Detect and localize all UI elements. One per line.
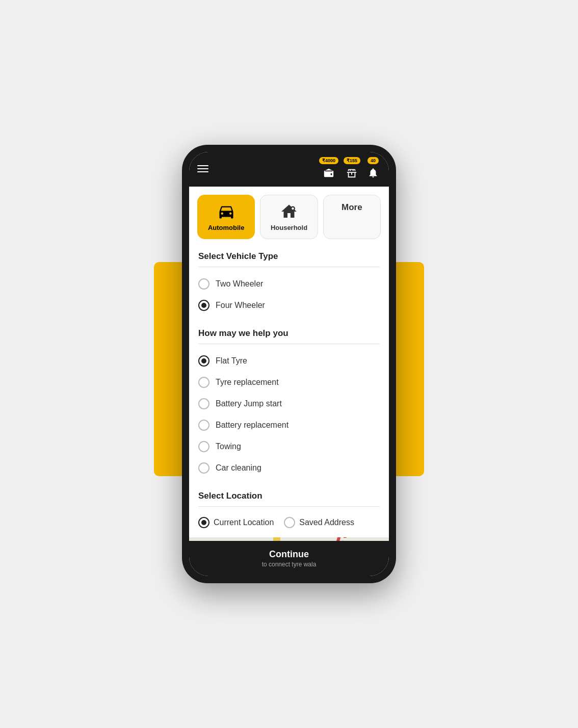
bell-icon xyxy=(365,165,381,180)
tab-more[interactable]: More xyxy=(323,195,381,239)
help-section-title: How may we help you xyxy=(198,328,380,339)
location-option-current[interactable]: Current Location xyxy=(198,517,274,528)
notification-badge: 40 xyxy=(367,157,379,164)
tab-more-label: More xyxy=(341,202,362,213)
radio-two-wheeler xyxy=(198,278,209,290)
help-label-towing: Towing xyxy=(216,442,241,451)
continue-button[interactable]: Continue to connect tyre wala xyxy=(189,541,389,576)
radio-flat-tyre xyxy=(198,355,209,367)
gift-badge: ₹155 xyxy=(344,157,360,164)
header-right: ₹4000 ₹155 xyxy=(319,157,381,180)
menu-button[interactable] xyxy=(197,165,208,172)
tab-automobile-label: Automobile xyxy=(208,224,245,231)
radio-saved-address xyxy=(284,517,295,528)
map-area[interactable]: CX4W+WX9, Southern Peripheral Rd, ... Be… xyxy=(189,537,389,541)
continue-button-sublabel: to connect tyre wala xyxy=(262,561,317,568)
category-tabs: Automobile Houserhold More xyxy=(189,187,389,244)
vehicle-section-title: Select Vehicle Type xyxy=(198,251,380,262)
location-option-saved[interactable]: Saved Address xyxy=(284,517,354,528)
tab-household[interactable]: Houserhold xyxy=(260,195,318,239)
tab-household-label: Houserhold xyxy=(271,224,307,231)
location-options: Current Location Saved Address xyxy=(189,513,389,532)
help-option-battery-jump-start[interactable]: Battery Jump start xyxy=(189,393,389,414)
main-content: Automobile Houserhold More xyxy=(189,187,389,541)
map-road-vertical xyxy=(273,537,280,541)
phone-screen: ₹4000 ₹155 xyxy=(189,152,389,576)
help-option-flat-tyre[interactable]: Flat Tyre xyxy=(189,350,389,372)
radio-battery-replacement xyxy=(198,420,209,431)
radio-current-location xyxy=(198,517,209,528)
radio-tyre-replacement xyxy=(198,377,209,388)
location-section-title: Select Location xyxy=(198,491,380,501)
map-road-diagonal xyxy=(311,537,343,541)
wallet-icon xyxy=(321,165,336,180)
phone-frame: ₹4000 ₹155 xyxy=(182,145,396,583)
map-background: CX4W+WX9, Southern Peripheral Rd, ... Be… xyxy=(189,537,389,541)
radio-towing xyxy=(198,441,209,452)
help-option-tyre-replacement[interactable]: Tyre replacement xyxy=(189,372,389,393)
help-label-battery-replacement: Battery replacement xyxy=(216,421,288,430)
vehicle-option-two-wheeler[interactable]: Two Wheeler xyxy=(189,273,389,295)
location-label-current: Current Location xyxy=(214,518,274,527)
vehicle-label-two-wheeler: Two Wheeler xyxy=(216,279,263,289)
help-section: How may we help you xyxy=(189,321,389,339)
location-section: Select Location xyxy=(189,484,389,501)
radio-battery-jump-start xyxy=(198,398,209,409)
continue-button-label: Continue xyxy=(269,549,309,560)
app-header: ₹4000 ₹155 xyxy=(189,152,389,187)
radio-car-cleaning xyxy=(198,462,209,474)
wallet-group[interactable]: ₹4000 xyxy=(319,157,338,180)
help-label-car-cleaning: Car cleaning xyxy=(216,463,261,473)
help-label-battery-jump-start: Battery Jump start xyxy=(216,399,282,408)
gift-icon xyxy=(344,165,359,180)
location-label-saved: Saved Address xyxy=(299,518,354,527)
tab-automobile[interactable]: Automobile xyxy=(197,195,255,239)
help-option-battery-replacement[interactable]: Battery replacement xyxy=(189,414,389,436)
help-option-car-cleaning[interactable]: Car cleaning xyxy=(189,457,389,479)
radio-four-wheeler xyxy=(198,300,209,311)
vehicle-label-four-wheeler: Four Wheeler xyxy=(216,301,265,310)
notification-group[interactable]: 40 xyxy=(365,157,381,180)
help-label-flat-tyre: Flat Tyre xyxy=(216,356,247,366)
help-label-tyre-replacement: Tyre replacement xyxy=(216,378,279,387)
vehicle-section: Select Vehicle Type xyxy=(189,244,389,262)
vehicle-option-four-wheeler[interactable]: Four Wheeler xyxy=(189,295,389,316)
gift-group[interactable]: ₹155 xyxy=(344,157,360,180)
help-option-towing[interactable]: Towing xyxy=(189,436,389,457)
wallet-badge: ₹4000 xyxy=(319,157,338,164)
